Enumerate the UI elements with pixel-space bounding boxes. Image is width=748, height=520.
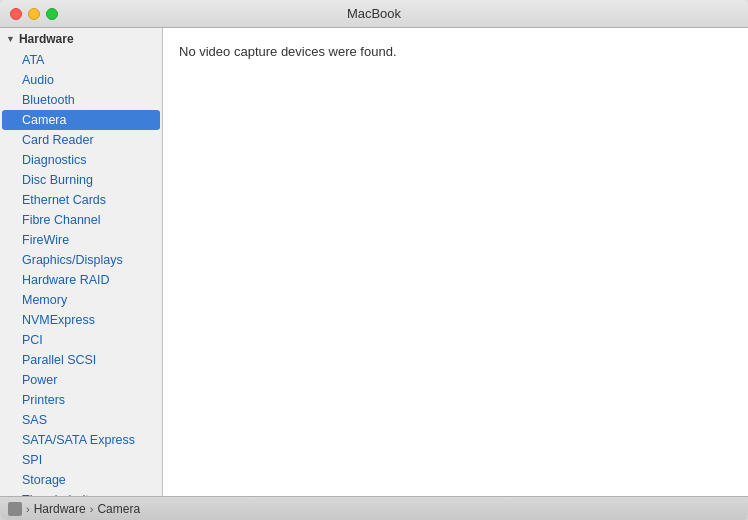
main-window: MacBook ▼ Hardware ATA Audio Bluetooth C… xyxy=(0,0,748,520)
sidebar-item-fibre-channel[interactable]: Fibre Channel xyxy=(0,210,162,230)
breadcrumb: › Hardware › Camera xyxy=(26,502,140,516)
sidebar-item-disc-burning[interactable]: Disc Burning xyxy=(0,170,162,190)
sidebar-item-memory[interactable]: Memory xyxy=(0,290,162,310)
close-button[interactable] xyxy=(10,8,22,20)
sidebar-item-sas[interactable]: SAS xyxy=(0,410,162,430)
content-area: No video capture devices were found. xyxy=(163,28,748,496)
content-message: No video capture devices were found. xyxy=(179,44,397,59)
breadcrumb-camera[interactable]: Camera xyxy=(97,502,140,516)
statusbar: › Hardware › Camera xyxy=(0,496,748,520)
sidebar-item-graphics-displays[interactable]: Graphics/Displays xyxy=(0,250,162,270)
sidebar-item-parallel-scsi[interactable]: Parallel SCSI xyxy=(0,350,162,370)
maximize-button[interactable] xyxy=(46,8,58,20)
sidebar-item-audio[interactable]: Audio xyxy=(0,70,162,90)
sidebar-item-card-reader[interactable]: Card Reader xyxy=(0,130,162,150)
window-controls xyxy=(10,8,58,20)
sidebar-item-camera[interactable]: Camera xyxy=(2,110,160,130)
sidebar-item-spi[interactable]: SPI xyxy=(0,450,162,470)
sidebar-item-power[interactable]: Power xyxy=(0,370,162,390)
sidebar-item-nvmexpress[interactable]: NVMExpress xyxy=(0,310,162,330)
minimize-button[interactable] xyxy=(28,8,40,20)
window-title: MacBook xyxy=(347,6,401,21)
hardware-section-label: Hardware xyxy=(19,32,74,46)
breadcrumb-arrow-1: › xyxy=(26,503,30,515)
statusbar-icon xyxy=(8,502,22,516)
sidebar-item-hardware-raid[interactable]: Hardware RAID xyxy=(0,270,162,290)
breadcrumb-hardware[interactable]: Hardware xyxy=(34,502,86,516)
main-content: ▼ Hardware ATA Audio Bluetooth Camera Ca… xyxy=(0,28,748,496)
sidebar-item-ethernet-cards[interactable]: Ethernet Cards xyxy=(0,190,162,210)
titlebar: MacBook xyxy=(0,0,748,28)
sidebar-item-storage[interactable]: Storage xyxy=(0,470,162,490)
hardware-section-header[interactable]: ▼ Hardware xyxy=(0,28,162,50)
breadcrumb-arrow-2: › xyxy=(90,503,94,515)
sidebar-item-ata[interactable]: ATA xyxy=(0,50,162,70)
sidebar-item-firewire[interactable]: FireWire xyxy=(0,230,162,250)
sidebar-item-printers[interactable]: Printers xyxy=(0,390,162,410)
sidebar: ▼ Hardware ATA Audio Bluetooth Camera Ca… xyxy=(0,28,163,496)
sidebar-item-sata[interactable]: SATA/SATA Express xyxy=(0,430,162,450)
hardware-triangle-icon: ▼ xyxy=(6,34,15,44)
sidebar-item-diagnostics[interactable]: Diagnostics xyxy=(0,150,162,170)
sidebar-item-bluetooth[interactable]: Bluetooth xyxy=(0,90,162,110)
sidebar-item-pci[interactable]: PCI xyxy=(0,330,162,350)
